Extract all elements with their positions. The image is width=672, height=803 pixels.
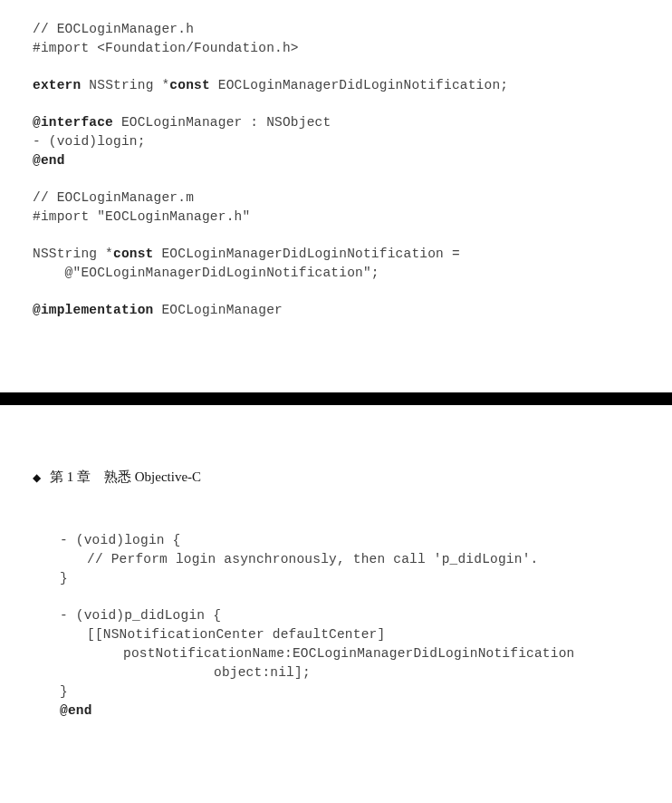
kw-interface: @interface xyxy=(33,115,113,130)
code-text: NSString * xyxy=(81,78,169,92)
code-line: } xyxy=(33,682,639,701)
kw-const: const xyxy=(169,78,210,92)
page-top: // EOCLoginManager.h #import <Foundation… xyxy=(0,0,672,392)
code-line: #import "EOCLoginManager.h" xyxy=(33,208,639,227)
code-line: // EOCLoginManager.h xyxy=(33,20,639,39)
chapter-title: 第 1 章 熟悉 Objective-C xyxy=(50,469,201,484)
code-text: EOCLoginManagerDidLoginNotification = xyxy=(154,247,460,261)
code-line: postNotificationName:EOCLoginManagerDidL… xyxy=(33,644,639,663)
blank-line xyxy=(33,58,639,76)
blank-line xyxy=(33,227,639,245)
kw-extern: extern xyxy=(33,78,81,92)
chapter-heading: ◆第 1 章 熟悉 Objective-C xyxy=(33,469,639,486)
code-text: EOCLoginManager : NSObject xyxy=(113,115,331,130)
code-text: EOCLoginManager xyxy=(154,303,283,317)
code-line: - (void)login; xyxy=(33,132,639,151)
kw-end: @end xyxy=(33,701,639,721)
page-break xyxy=(0,392,672,405)
code-line: [[NSNotificationCenter defaultCenter] xyxy=(33,625,639,644)
code-line: object:nil]; xyxy=(33,663,639,682)
blank-line xyxy=(33,95,639,113)
blank-line xyxy=(33,588,639,606)
blank-line xyxy=(33,170,639,189)
code-line: // EOCLoginManager.m xyxy=(33,189,639,208)
code-text: EOCLoginManagerDidLoginNotification; xyxy=(210,78,508,92)
code-text: NSString * xyxy=(33,247,113,261)
code-line: - (void)login { xyxy=(33,531,639,550)
kw-implementation: @implementation xyxy=(33,303,154,317)
code-line: @interface EOCLoginManager : NSObject xyxy=(33,113,639,132)
code-line: #import <Foundation/Foundation.h> xyxy=(33,39,639,58)
kw-end: @end xyxy=(33,151,639,170)
kw-const: const xyxy=(113,247,154,261)
code-line: NSString *const EOCLoginManagerDidLoginN… xyxy=(33,245,639,264)
code-line: - (void)p_didLogin { xyxy=(33,606,639,625)
bullet-icon: ◆ xyxy=(33,471,41,484)
code-line: extern NSString *const EOCLoginManagerDi… xyxy=(33,76,639,95)
blank-line xyxy=(33,283,639,301)
code-line: } xyxy=(33,569,639,588)
code-line: // Perform login asynchronously, then ca… xyxy=(33,550,639,569)
code-line: @"EOCLoginManagerDidLoginNotification"; xyxy=(33,264,639,283)
code-line: @implementation EOCLoginManager xyxy=(33,301,639,320)
page-bottom: ◆第 1 章 熟悉 Objective-C - (void)login { //… xyxy=(0,405,672,748)
